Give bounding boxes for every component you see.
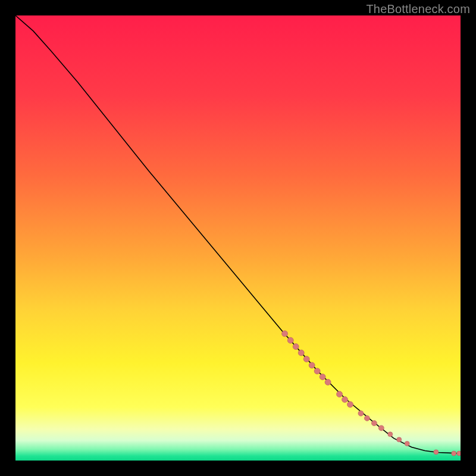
data-dot	[434, 450, 439, 455]
data-dot	[337, 392, 343, 397]
watermark-text: TheBottleneck.com	[366, 2, 470, 16]
data-dot	[320, 374, 325, 380]
data-dot	[378, 425, 384, 431]
gradient-background	[15, 15, 461, 461]
data-dot	[457, 451, 461, 456]
data-dot	[358, 411, 364, 416]
data-dot	[342, 397, 348, 403]
data-dot	[405, 441, 409, 446]
data-dot	[452, 451, 456, 456]
data-dot	[293, 344, 299, 350]
data-dot	[314, 368, 320, 374]
chart-frame: TheBottleneck.com	[0, 0, 476, 476]
data-dot	[309, 362, 315, 368]
data-dot	[397, 437, 402, 442]
data-dot	[371, 421, 377, 426]
data-dot	[287, 337, 293, 343]
data-dot	[303, 356, 309, 362]
data-dot	[364, 415, 369, 421]
plot-area	[15, 15, 461, 461]
data-dot	[347, 402, 353, 408]
plot-svg	[15, 15, 461, 461]
data-dot	[388, 432, 393, 437]
data-dot	[282, 331, 288, 337]
data-dot	[325, 379, 331, 385]
data-dot	[298, 350, 304, 356]
